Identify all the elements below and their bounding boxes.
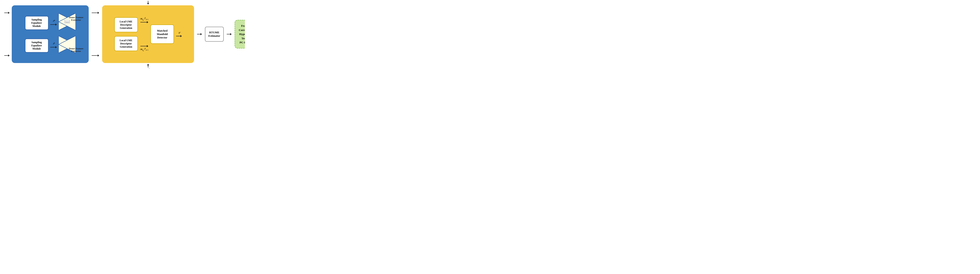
ume-column: Local UMEDescriptorGeneration Local UMED…: [115, 17, 138, 51]
blue-module: SamplingEqualizerModule 𝒫̃: [12, 5, 89, 63]
main-diagram: SamplingEqualizerModule 𝒫̃: [0, 0, 245, 68]
yellow-rtume-arrow: [197, 33, 202, 35]
yellow-module-container: 𝒫̂ Local UMEDescriptorGeneration Local U…: [102, 0, 194, 68]
ume-mmd-arrows: {Hpk}Kk=1 {Hqk}Kk=1: [140, 17, 148, 51]
h-pk-arrow: [140, 21, 148, 23]
h-pk-label: {Hpk}Kk=1: [140, 17, 148, 21]
mmd-box: MatchedManifoldDetector: [150, 25, 174, 44]
q-tilde-label: 𝒬̃: [52, 42, 54, 45]
blue-yellow-arrow-bottom: [92, 54, 99, 57]
rtume-green-arrow: [227, 33, 232, 35]
ume-box-bottom: Local UMEDescriptorGeneration: [115, 36, 138, 51]
h-pk-arrow-group: {Hpk}Kk=1: [140, 17, 148, 23]
dfe-bottom-label: Dense FeatureExtractor: [67, 47, 86, 52]
svg-text:Shared: Shared: [65, 21, 69, 23]
h-qk-arrow: [140, 45, 148, 47]
p-hat-label: 𝒫̂: [102, 0, 194, 5]
input-arrow-top: [4, 12, 10, 14]
p-tilde-label: 𝒫̃: [52, 19, 54, 22]
input-arrow-bottom: [4, 54, 10, 57]
q-hat-label: 𝒬̂: [102, 64, 194, 68]
green-line3: PC-FCHT: [240, 41, 245, 44]
yellow-module: Local UMEDescriptorGeneration Local UMED…: [102, 5, 194, 63]
h-qk-label: {Hqk}Kk=1: [140, 48, 148, 51]
green-module: Feature Correlation Hypothesis Testing P…: [235, 20, 245, 49]
green-line1: Feature Correlation: [239, 24, 245, 32]
rtume-box: RTUMEEstimator: [205, 27, 224, 42]
h-qk-arrow-group: {Hqk}Kk=1: [140, 45, 148, 51]
sem-box-bottom: SamplingEqualizerModule: [25, 39, 49, 52]
dfe-top-label: Dense FeatureExtractor: [67, 16, 86, 21]
q-tilde-arrow: [50, 45, 57, 49]
c-arrow-group: 𝒞: [176, 32, 182, 37]
p-tilde-arrow: [50, 23, 57, 27]
blue-yellow-arrow-top: [92, 12, 99, 14]
c-arrow: [176, 35, 182, 37]
yellow-inner: Local UMEDescriptorGeneration Local UMED…: [115, 8, 182, 60]
sem-box-top: SamplingEqualizerModule: [25, 16, 49, 30]
green-line2: Hypothesis Testing: [239, 32, 245, 40]
green-module-text: Feature Correlation Hypothesis Testing P…: [239, 24, 245, 44]
c-label: 𝒞: [178, 32, 180, 35]
ume-box-top: Local UMEDescriptorGeneration: [115, 17, 138, 32]
